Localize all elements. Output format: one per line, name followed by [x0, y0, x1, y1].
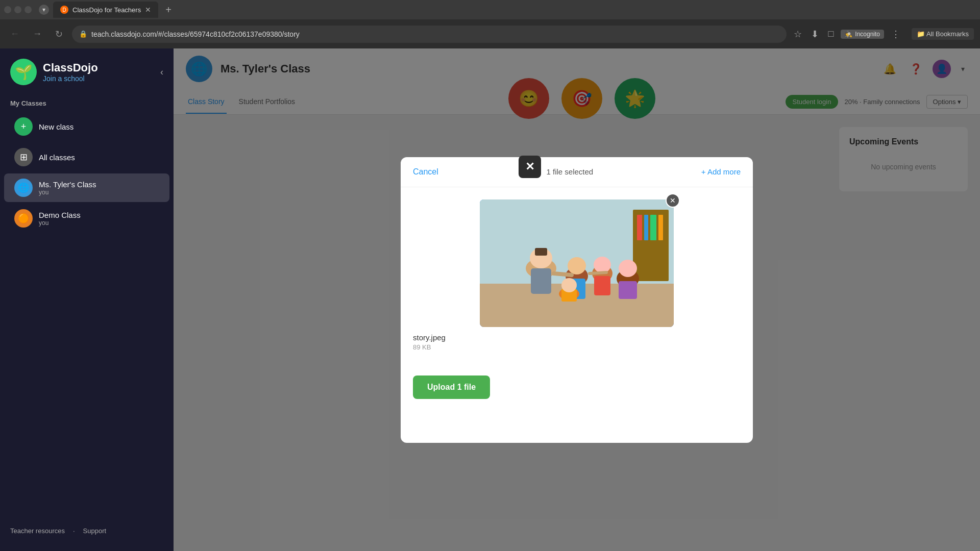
upload-button[interactable]: Upload 1 file [413, 375, 490, 399]
tab-list-button[interactable]: ▾ [39, 5, 49, 15]
sidebar-item-demo-class[interactable]: 🟠 Demo Class you [4, 204, 169, 233]
modal-add-more-button[interactable]: + Add more [701, 167, 741, 176]
my-classes-label: My Classes [0, 95, 174, 111]
demo-class-icon: 🟠 [14, 209, 33, 228]
ms-tyler-sub: you [39, 189, 96, 196]
minimize-button[interactable] [4, 6, 11, 13]
svg-rect-7 [658, 215, 663, 240]
browser-chrome: ▾ D ClassDojo for Teachers ✕ + ← → ↻ 🔒 t… [0, 0, 980, 48]
overlay-close-icon: ✕ [525, 160, 534, 173]
modal-header: Cancel 1 file selected + Add more [401, 157, 753, 187]
logo-icon: 🌱 [15, 64, 33, 81]
svg-rect-16 [594, 276, 610, 295]
svg-rect-9 [531, 268, 551, 294]
address-bar[interactable]: 🔒 teach.classdojo.com/#/classes/65974c81… [72, 26, 787, 43]
new-class-text: New class [39, 122, 74, 131]
bookmarks-bar-toggle[interactable]: 📁 All Bookmarks [912, 28, 974, 40]
svg-point-17 [594, 257, 611, 273]
svg-rect-6 [650, 215, 656, 240]
bookmarks-label: All Bookmarks [926, 30, 969, 38]
new-tab-button[interactable]: + [160, 4, 177, 16]
new-class-label: New class [39, 122, 74, 131]
all-classes-icon: ⊞ [14, 148, 33, 166]
reload-button[interactable]: ↻ [51, 27, 67, 42]
svg-rect-19 [619, 281, 637, 299]
svg-point-14 [568, 257, 586, 274]
brand-name: ClassDojo [43, 61, 98, 74]
active-tab[interactable]: D ClassDojo for Teachers ✕ [53, 2, 158, 18]
back-button[interactable]: ← [6, 27, 23, 41]
svg-line-24 [554, 273, 572, 275]
all-classes-text: All classes [39, 153, 75, 162]
file-remove-button[interactable]: ✕ [666, 193, 680, 208]
sidebar-item-ms-tyler[interactable]: 🌐 Ms. Tyler's Class you [4, 173, 169, 202]
svg-rect-11 [535, 248, 547, 256]
sidebar-item-all-classes[interactable]: ⊞ All classes [4, 143, 169, 171]
overlay-close-button[interactable]: ✕ [519, 156, 541, 178]
ms-tyler-icon: 🌐 [14, 179, 33, 197]
modal-body: ✕ story.jpeg 89 KB [401, 187, 753, 365]
main-content: 🌐 Ms. Tyler's Class 🔔 ❓ 👤 ▾ Class Story … [174, 48, 980, 551]
svg-point-23 [561, 278, 577, 292]
all-classes-label: All classes [39, 153, 75, 162]
file-preview-image [480, 199, 674, 327]
forward-button[interactable]: → [29, 27, 46, 41]
file-info: story.jpeg 89 KB [413, 327, 446, 353]
menu-button[interactable]: ⋮ [889, 27, 902, 42]
demo-class-name: Demo Class [39, 211, 81, 219]
modal-overlay: Cancel 1 file selected + Add more [174, 48, 980, 551]
sidebar: 🌱 ClassDojo Join a school ‹ My Classes +… [0, 48, 174, 551]
sidebar-footer: Teacher resources · Support [0, 521, 174, 541]
svg-rect-4 [637, 215, 642, 240]
sidebar-header: 🌱 ClassDojo Join a school ‹ [0, 59, 174, 95]
new-class-icon: + [14, 117, 33, 136]
modal-cancel-button[interactable]: Cancel [413, 167, 438, 177]
ms-tyler-text: Ms. Tyler's Class you [39, 180, 96, 196]
file-preview-container: ✕ [480, 199, 674, 327]
footer-separator: · [73, 527, 75, 535]
teacher-resources-link[interactable]: Teacher resources [10, 527, 65, 535]
demo-class-sub: you [39, 219, 81, 227]
url-text: teach.classdojo.com/#/classes/65974c810c… [91, 30, 300, 38]
ms-tyler-class-name: Ms. Tyler's Class [39, 180, 96, 189]
svg-line-25 [590, 272, 606, 273]
modal-file-selected-text: 1 file selected [546, 167, 593, 176]
tab-favicon: D [60, 6, 68, 14]
tab-close-button[interactable]: ✕ [145, 6, 151, 14]
incognito-icon: 🕵 [845, 31, 852, 38]
app-container: 🌱 ClassDojo Join a school ‹ My Classes +… [0, 48, 980, 551]
maximize-button[interactable] [14, 6, 21, 13]
browser-tabs: ▾ D ClassDojo for Teachers ✕ + [0, 0, 980, 19]
file-upload-modal: Cancel 1 file selected + Add more [401, 157, 753, 443]
tab-title: ClassDojo for Teachers [72, 6, 141, 14]
window-controls [4, 6, 32, 13]
sidebar-item-new-class[interactable]: + New class [4, 112, 169, 141]
file-remove-icon: ✕ [670, 196, 676, 205]
browser-navbar: ← → ↻ 🔒 teach.classdojo.com/#/classes/65… [0, 19, 980, 48]
svg-rect-5 [644, 215, 648, 240]
svg-point-20 [619, 260, 637, 277]
bookmark-button[interactable]: ☆ [792, 27, 804, 42]
demo-class-text: Demo Class you [39, 211, 81, 227]
join-school-link[interactable]: Join a school [43, 74, 98, 83]
sidebar-collapse-button[interactable]: ‹ [160, 67, 163, 78]
incognito-badge: 🕵 Incognito [841, 30, 884, 39]
download-button[interactable]: ⬇ [809, 27, 821, 42]
support-link[interactable]: Support [83, 527, 107, 535]
file-size: 89 KB [413, 343, 446, 351]
sidebar-logo: 🌱 [10, 59, 37, 85]
modal-footer: Upload 1 file [401, 365, 753, 409]
extension-button[interactable]: □ [826, 27, 836, 41]
incognito-label: Incognito [855, 31, 880, 38]
file-name: story.jpeg [413, 333, 446, 342]
close-window-button[interactable] [24, 6, 32, 13]
lock-icon: 🔒 [79, 30, 87, 38]
sidebar-brand-container: ClassDojo Join a school [43, 61, 98, 83]
